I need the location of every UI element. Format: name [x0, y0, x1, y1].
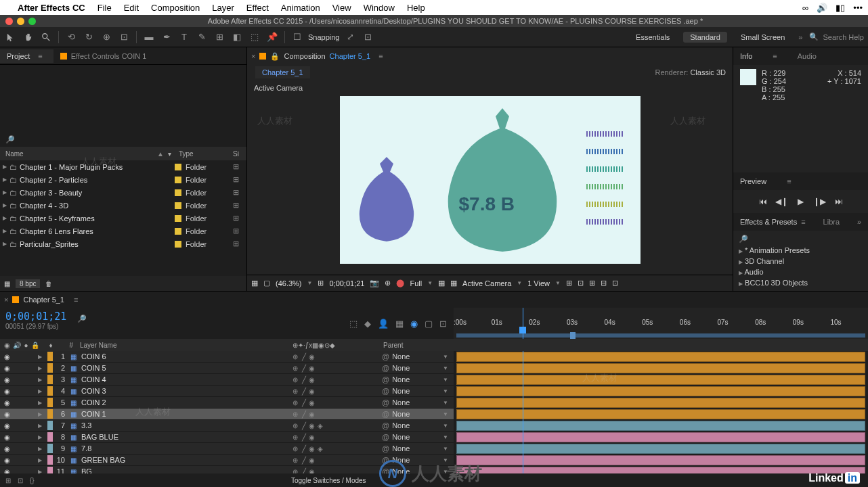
- project-tab[interactable]: Project ≡: [0, 49, 53, 63]
- expand-icon[interactable]: ▶: [3, 241, 9, 247]
- resolution-icon[interactable]: ⊞: [318, 279, 324, 287]
- visibility-toggle[interactable]: ◉: [0, 399, 14, 407]
- layer-switches[interactable]: ⊕╱◉: [292, 399, 379, 407]
- workspace-standard[interactable]: Standard: [683, 32, 727, 43]
- parent-dd-icon[interactable]: ▼: [443, 423, 454, 429]
- layer-name[interactable]: COIN 3: [79, 387, 292, 395]
- snap-opt2-icon[interactable]: ⊡: [362, 30, 375, 44]
- window-zoom-icon[interactable]: [28, 18, 36, 25]
- transparency-icon[interactable]: ▦: [450, 279, 457, 287]
- effect-controls-tab[interactable]: Effect Controls COIN 1: [53, 49, 154, 63]
- comp-subtab[interactable]: Chapter 5_1: [255, 66, 310, 78]
- pickwhip-icon[interactable]: @: [382, 398, 389, 407]
- label-color[interactable]: [47, 363, 53, 373]
- roto-tool-icon[interactable]: ⬚: [248, 30, 261, 44]
- col-layername[interactable]: Layer Name: [76, 342, 292, 349]
- timeline-tab[interactable]: Chapter 5_1: [23, 296, 64, 304]
- pickwhip-icon[interactable]: @: [382, 433, 389, 441]
- layer-row[interactable]: ◉▶8▦BAG BLUE⊕╱◉@None▼: [0, 432, 868, 443]
- lock-icon[interactable]: 🔒: [270, 52, 280, 61]
- timeline-timecode[interactable]: 0;00;01;21: [5, 310, 66, 323]
- sort-icon[interactable]: ▲: [157, 150, 168, 158]
- layer-row[interactable]: ◉▶6▦COIN 1⊕╱◉@None▼: [0, 409, 868, 420]
- col-label-icon[interactable]: ▾: [168, 150, 179, 158]
- layer-switches[interactable]: ⊕╱◉: [292, 353, 379, 361]
- label-color[interactable]: [47, 398, 53, 407]
- preview-menu-icon[interactable]: ≡: [783, 177, 795, 185]
- menu-help[interactable]: Help: [407, 3, 425, 13]
- layer-switches[interactable]: ⊕╱◉: [292, 411, 379, 418]
- search-help-input[interactable]: Search Help: [823, 33, 864, 41]
- flowchart-icon[interactable]: ⊞: [233, 175, 246, 184]
- expand-icon[interactable]: ▶: [3, 177, 9, 183]
- battery-icon[interactable]: ▮▯: [836, 3, 845, 13]
- snapping-checkbox[interactable]: ☐: [290, 30, 304, 44]
- label-color-icon[interactable]: [175, 202, 181, 209]
- layer-name[interactable]: GREEN BAG: [79, 456, 292, 464]
- layer-switches[interactable]: ⊕╱◉: [292, 457, 379, 464]
- expand-icon[interactable]: ▶: [38, 354, 47, 360]
- expand-icon[interactable]: ▶: [739, 270, 743, 276]
- flowchart-icon[interactable]: ⊞: [233, 162, 246, 171]
- layer-name[interactable]: 3.3: [79, 421, 292, 430]
- trash-icon[interactable]: 🗑: [45, 280, 52, 287]
- layer-bar[interactable]: [456, 398, 865, 408]
- channel-icon[interactable]: ⊕: [385, 279, 391, 287]
- pickwhip-icon[interactable]: @: [382, 410, 389, 418]
- visibility-toggle[interactable]: ◉: [0, 365, 14, 372]
- tl-brain-icon[interactable]: ⊡: [439, 319, 447, 329]
- layer-name[interactable]: COIN 1: [79, 410, 292, 418]
- info-tab[interactable]: Info: [740, 52, 752, 60]
- tl-comp-mini-icon[interactable]: ⬚: [349, 319, 357, 329]
- col-solo-icon[interactable]: ●: [24, 342, 28, 349]
- audio-tab[interactable]: Audio: [798, 52, 817, 60]
- label-color-icon[interactable]: [175, 228, 181, 235]
- parent-dd-icon[interactable]: ▼: [443, 411, 454, 417]
- menu-window[interactable]: Window: [364, 3, 395, 13]
- pickwhip-icon[interactable]: @: [382, 444, 389, 453]
- flowchart-icon[interactable]: ⊞: [233, 201, 246, 210]
- nview-dd-icon[interactable]: ▼: [555, 280, 561, 286]
- workspace-more-icon[interactable]: »: [798, 33, 802, 41]
- layer-row[interactable]: ◉▶2▦COIN 5⊕╱◉@None▼: [0, 363, 868, 374]
- visibility-toggle[interactable]: ◉: [0, 422, 14, 430]
- res-dd-icon[interactable]: ▼: [427, 280, 433, 286]
- layer-bar[interactable]: [456, 386, 865, 396]
- first-frame-button[interactable]: ⏮: [758, 197, 768, 206]
- brush-tool-icon[interactable]: ✎: [195, 30, 209, 44]
- expand-icon[interactable]: ▶: [38, 469, 47, 474]
- tl-foot-icon3[interactable]: {}: [30, 477, 35, 484]
- layer-row[interactable]: ◉▶1▦COIN 6⊕╱◉@None▼: [0, 351, 868, 363]
- menu-edit[interactable]: Edit: [124, 3, 139, 13]
- tl-draft3d-icon[interactable]: ◆: [364, 319, 371, 329]
- label-color[interactable]: [47, 467, 53, 473]
- workspace-smallscreen[interactable]: Small Screen: [734, 32, 791, 43]
- label-color[interactable]: [47, 421, 53, 430]
- play-button[interactable]: ▶: [796, 197, 806, 206]
- tl-frameblend-icon[interactable]: ▦: [395, 319, 404, 329]
- pickwhip-icon[interactable]: @: [382, 387, 389, 395]
- layer-switches[interactable]: ⊕╱◉◈: [292, 445, 379, 453]
- expand-icon[interactable]: ▶: [3, 189, 9, 195]
- pickwhip-icon[interactable]: @: [382, 375, 389, 384]
- visibility-toggle[interactable]: ◉: [0, 376, 14, 384]
- layer-name[interactable]: COIN 4: [79, 375, 292, 384]
- layer-row[interactable]: ◉▶3▦COIN 4⊕╱◉@None▼: [0, 374, 868, 386]
- tl-motionblur-icon[interactable]: ◉: [410, 319, 418, 329]
- visibility-toggle[interactable]: ◉: [0, 457, 14, 464]
- layer-bar[interactable]: [456, 409, 865, 419]
- vf3-icon[interactable]: ⊞: [589, 279, 595, 287]
- layer-bar[interactable]: [456, 455, 865, 465]
- flowchart-icon[interactable]: ⊞: [233, 214, 246, 223]
- layer-bar[interactable]: [456, 421, 865, 431]
- parent-dd-icon[interactable]: ▼: [443, 400, 454, 406]
- expand-icon[interactable]: ▶: [38, 446, 47, 452]
- last-frame-button[interactable]: ⏭: [834, 197, 844, 206]
- parent-value[interactable]: None: [392, 421, 410, 430]
- effects-search[interactable]: 🔎: [739, 233, 863, 245]
- expand-icon[interactable]: ▶: [38, 423, 47, 429]
- project-item[interactable]: ▶🗀Chapter 3 - BeautyFolder⊞: [0, 186, 246, 199]
- tl-graph-icon[interactable]: ▢: [425, 319, 433, 329]
- composition-canvas[interactable]: $7.8 B: [340, 96, 641, 264]
- label-color-icon[interactable]: [175, 164, 181, 170]
